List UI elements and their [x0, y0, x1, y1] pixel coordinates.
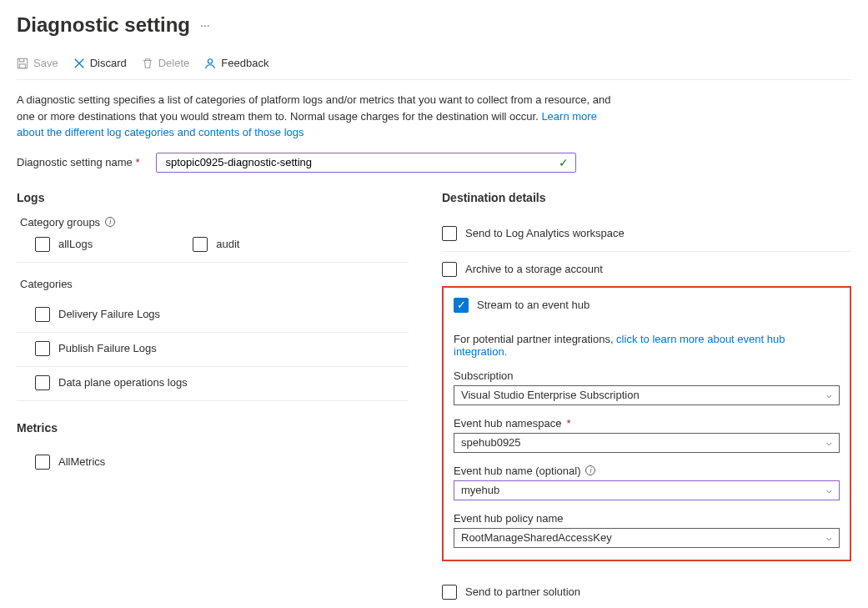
- checkbox-event-hub[interactable]: ✓: [454, 298, 469, 313]
- setting-name-input[interactable]: [163, 155, 559, 169]
- subscription-label: Subscription: [454, 369, 840, 382]
- person-icon: [204, 58, 216, 69]
- namespace-label: Event hub namespace *: [454, 417, 840, 430]
- more-menu-icon[interactable]: ···: [200, 18, 210, 32]
- policy-label: Event hub policy name: [454, 512, 840, 525]
- checkbox-log-analytics[interactable]: [442, 226, 457, 241]
- category-groups-label: Category groups i: [20, 216, 409, 229]
- categories-label: Categories: [20, 278, 409, 290]
- svg-rect-1: [20, 63, 26, 68]
- checkbox-partner[interactable]: [442, 585, 457, 600]
- label-publish-failure: Publish Failure Logs: [58, 342, 157, 354]
- checkbox-audit[interactable]: [193, 237, 208, 252]
- label-audit: audit: [216, 238, 239, 250]
- namespace-value: spehub0925: [461, 436, 521, 449]
- feedback-button[interactable]: Feedback: [204, 57, 268, 69]
- info-icon[interactable]: i: [105, 217, 115, 227]
- hubname-label: Event hub name (optional) i: [454, 465, 840, 477]
- label-partner: Send to partner solution: [465, 585, 580, 598]
- trash-icon: [142, 58, 153, 69]
- checkbox-data-plane[interactable]: [35, 375, 50, 390]
- hubname-select[interactable]: myehub ⌵: [454, 480, 840, 500]
- toolbar: Save Discard Delete Feedback: [17, 52, 851, 80]
- setting-name-label: Diagnostic setting name *: [17, 156, 139, 168]
- page-title: Diagnostic setting: [17, 13, 190, 37]
- subscription-select[interactable]: Visual Studio Enterprise Subscription ⌵: [454, 385, 840, 405]
- namespace-select[interactable]: spehub0925 ⌵: [454, 433, 840, 453]
- checkbox-allmetrics[interactable]: [35, 455, 50, 470]
- setting-name-input-wrapper: ✓: [156, 153, 576, 173]
- label-log-analytics: Send to Log Analytics workspace: [465, 227, 625, 239]
- delete-button[interactable]: Delete: [142, 57, 190, 69]
- checkbox-delivery-failure[interactable]: [35, 307, 50, 322]
- chevron-down-icon: ⌵: [826, 485, 832, 495]
- save-icon: [17, 58, 28, 69]
- checkbox-storage[interactable]: [442, 262, 457, 277]
- event-hub-hint: For potential partner integrations, clic…: [454, 333, 840, 358]
- chevron-down-icon: ⌵: [826, 437, 832, 448]
- subscription-value: Visual Studio Enterprise Subscription: [461, 389, 640, 401]
- hubname-value: myehub: [461, 484, 499, 496]
- label-data-plane: Data plane operations logs: [58, 376, 188, 389]
- label-storage: Archive to a storage account: [465, 263, 603, 275]
- info-icon[interactable]: i: [585, 465, 595, 475]
- checkbox-alllogs[interactable]: [35, 237, 50, 252]
- save-button[interactable]: Save: [17, 57, 58, 69]
- valid-check-icon: ✓: [559, 156, 569, 169]
- svg-point-2: [208, 58, 213, 63]
- close-icon: [73, 58, 85, 69]
- checkbox-publish-failure[interactable]: [35, 341, 50, 356]
- chevron-down-icon: ⌵: [826, 389, 832, 400]
- policy-value: RootManageSharedAccessKey: [461, 531, 612, 544]
- label-allmetrics: AllMetrics: [58, 455, 105, 468]
- destinations-heading: Destination details: [442, 191, 851, 204]
- label-delivery-failure: Delivery Failure Logs: [58, 308, 160, 320]
- discard-button[interactable]: Discard: [73, 57, 127, 69]
- description-text: A diagnostic setting specifies a list of…: [17, 92, 617, 141]
- metrics-heading: Metrics: [17, 421, 409, 435]
- label-event-hub: Stream to an event hub: [477, 299, 590, 311]
- policy-select[interactable]: RootManageSharedAccessKey ⌵: [454, 528, 840, 548]
- event-hub-highlight-box: ✓ Stream to an event hub For potential p…: [442, 286, 851, 561]
- label-alllogs: allLogs: [58, 238, 93, 250]
- logs-heading: Logs: [17, 191, 409, 204]
- chevron-down-icon: ⌵: [826, 532, 832, 543]
